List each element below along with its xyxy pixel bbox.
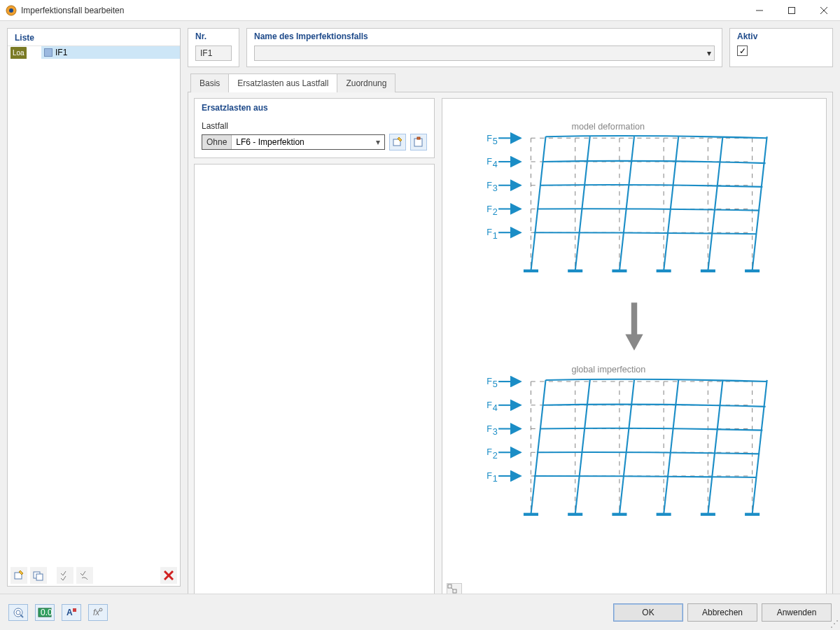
svg-text:F: F (486, 400, 492, 410)
nr-input[interactable] (195, 46, 232, 61)
svg-rect-14 (414, 139, 422, 146)
tab-ersatzlasten[interactable]: Ersatzlasten aus Lastfall (228, 74, 337, 92)
lastfall-combo[interactable]: Ohne LF6 - Imperfektion ▾ (202, 134, 385, 150)
ersatzlasten-panel: Ersatzlasten aus Lastfall Ohne LF6 - Imp… (194, 98, 435, 158)
list-toolbar (8, 565, 180, 586)
field-name-label: Name des Imperfektionsfalls (254, 31, 715, 41)
ok-button-label: OK (642, 608, 654, 617)
apply-button[interactable]: Anwenden (762, 603, 832, 622)
svg-text:F: F (486, 424, 492, 434)
svg-text:3: 3 (493, 427, 498, 437)
field-aktiv: Aktiv ✓ (729, 28, 833, 67)
list-rows: Loa IF1 (8, 46, 180, 565)
minimize-button[interactable] (743, 0, 776, 21)
lastfall-label: Lastfall (202, 121, 427, 131)
empty-panel (194, 164, 435, 603)
svg-text:1: 1 (493, 231, 498, 241)
svg-text:2: 2 (493, 451, 498, 461)
tab-basis[interactable]: Basis (190, 74, 229, 92)
diagram-svg: model deformation F5 F4 F3 F2 F1 (442, 99, 826, 603)
chevron-down-icon: ▾ (372, 137, 384, 147)
lastfall-value: LF6 - Imperfektion (232, 137, 372, 147)
titlebar: Imperfektionsfall bearbeiten (0, 0, 840, 21)
svg-text:2: 2 (493, 207, 498, 217)
svg-text:A: A (66, 608, 73, 617)
svg-rect-3 (789, 7, 795, 13)
window-title: Imperfektionsfall bearbeiten (21, 6, 743, 15)
svg-text:F: F (486, 447, 492, 457)
copy-item-button[interactable] (30, 567, 47, 584)
checkall-button[interactable] (57, 567, 74, 584)
lastfall-edit-button[interactable] (410, 134, 427, 150)
svg-point-92 (99, 608, 102, 611)
field-nr: Nr. (188, 28, 239, 67)
name-combo[interactable]: ▾ (254, 46, 715, 61)
svg-marker-49 (625, 335, 643, 351)
cancel-button-label: Abbrechen (702, 608, 743, 617)
help-button[interactable] (8, 604, 28, 621)
tab-ersatzlasten-label: Ersatzlasten aus Lastfall (237, 78, 328, 88)
field-aktiv-label: Aktiv (737, 31, 825, 41)
tab-basis-label: Basis (200, 78, 220, 88)
aktiv-checkbox[interactable]: ✓ (737, 46, 748, 56)
maximize-button[interactable] (776, 0, 808, 21)
diagram-panel: model deformation F5 F4 F3 F2 F1 (442, 98, 827, 603)
units-button[interactable]: 0.00 (35, 604, 55, 621)
svg-line-86 (20, 615, 23, 617)
list-item-label: IF1 (55, 48, 67, 57)
svg-text:4: 4 (493, 160, 498, 169)
cancel-button[interactable]: Abbrechen (687, 603, 757, 622)
tab-strip: Basis Ersatzlasten aus Lastfall Zuordnun… (188, 73, 833, 92)
chevron-down-icon: ▾ (707, 48, 711, 58)
uncheckall-button[interactable] (76, 567, 93, 584)
close-button[interactable] (808, 0, 840, 21)
svg-text:F: F (486, 204, 492, 214)
list-item[interactable]: Loa IF1 (8, 46, 180, 59)
diagram-top-label: model deformation (571, 122, 645, 132)
new-item-button[interactable] (10, 567, 27, 584)
apply-button-label: Anwenden (777, 608, 817, 617)
svg-text:1: 1 (493, 474, 498, 484)
svg-text:3: 3 (493, 183, 498, 193)
app-icon (6, 5, 17, 16)
ersatz-section-title: Ersatzlasten aus (202, 103, 427, 113)
lastfall-tag: Ohne (202, 135, 232, 149)
tab-zuordnung[interactable]: Zuordnung (337, 74, 396, 92)
svg-text:F: F (486, 157, 492, 167)
svg-rect-15 (417, 137, 420, 139)
svg-text:F: F (486, 134, 492, 144)
svg-point-1 (9, 8, 13, 13)
delete-button[interactable] (160, 567, 177, 584)
svg-text:F: F (486, 377, 492, 386)
svg-text:4: 4 (493, 403, 498, 413)
svg-rect-82 (448, 584, 451, 588)
svg-rect-83 (453, 589, 456, 593)
check-icon: ✓ (739, 47, 746, 55)
svg-rect-9 (36, 574, 43, 580)
svg-rect-90 (73, 608, 76, 612)
list-item-tag: Loa (10, 47, 27, 59)
ok-button[interactable]: OK (613, 603, 683, 622)
formula-button[interactable]: fx (88, 604, 108, 621)
list-header: Liste (8, 29, 180, 46)
bottombar: 0.00 A fx OK Abbrechen Anwenden ⋰ (0, 594, 840, 630)
svg-text:F: F (486, 181, 492, 190)
diagram-bottom-label: global imperfection (571, 365, 645, 374)
svg-text:F: F (486, 227, 492, 237)
field-name: Name des Imperfektionsfalls ▾ (246, 28, 722, 67)
field-nr-label: Nr. (195, 31, 232, 41)
list-panel: Liste Loa IF1 (7, 28, 181, 587)
svg-text:5: 5 (493, 136, 498, 146)
svg-text:5: 5 (493, 379, 498, 389)
font-button[interactable]: A (62, 604, 81, 621)
tab-zuordnung-label: Zuordnung (346, 78, 386, 88)
resize-grip-icon[interactable]: ⋰ (830, 619, 839, 629)
svg-text:0.00: 0.00 (41, 608, 52, 617)
lastfall-new-button[interactable] (389, 134, 406, 150)
list-item-color-icon (44, 48, 52, 57)
svg-text:F: F (486, 471, 492, 481)
